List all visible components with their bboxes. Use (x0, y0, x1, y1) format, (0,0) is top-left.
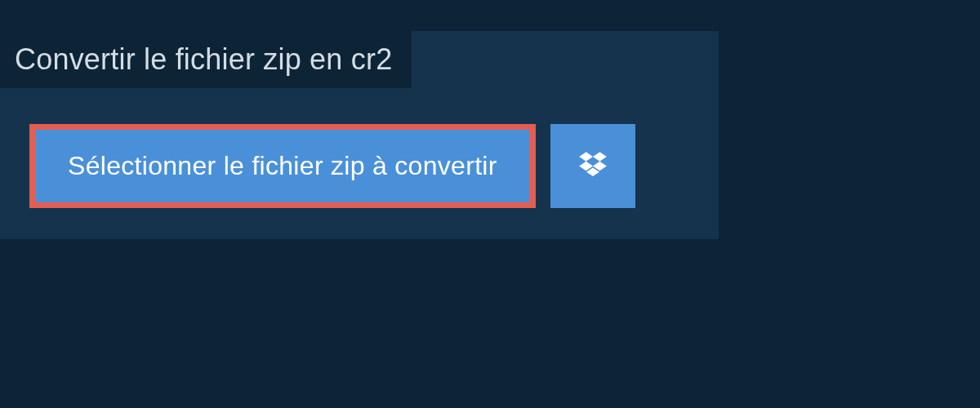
select-file-button-label: Sélectionner le fichier zip à convertir (68, 151, 497, 181)
converter-panel: Convertir le fichier zip en cr2 Sélectio… (0, 31, 719, 239)
button-row: Sélectionner le fichier zip à convertir (29, 124, 719, 208)
page-title: Convertir le fichier zip en cr2 (15, 42, 392, 76)
dropbox-icon (576, 149, 610, 184)
dropbox-button[interactable] (550, 124, 635, 208)
select-file-button[interactable]: Sélectionner le fichier zip à convertir (29, 124, 536, 208)
title-bar: Convertir le fichier zip en cr2 (0, 31, 412, 88)
